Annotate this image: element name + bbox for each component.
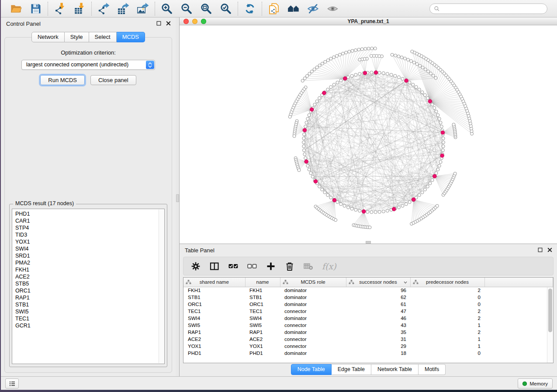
network-window-titlebar[interactable]: YPA_prune.txt_1 [180, 17, 557, 25]
hide-selected-button[interactable] [307, 3, 319, 15]
window-minimize-button[interactable] [192, 19, 197, 24]
list-item[interactable]: STB5 [15, 280, 161, 287]
tab-mcds[interactable]: MCDS [117, 32, 145, 42]
list-item[interactable]: ACE2 [15, 273, 161, 280]
add-column-icon [266, 261, 276, 272]
list-item[interactable]: PMA2 [15, 259, 161, 266]
export-network-button[interactable] [97, 3, 110, 15]
list-item[interactable]: STB1 [15, 301, 161, 308]
refresh-icon [244, 3, 256, 15]
main-area: Control Panel N [1, 17, 557, 376]
table-row[interactable]: PHD1PHD1dominator180 [183, 350, 553, 357]
mcds-result-list[interactable]: PHD1CAR1STP4TID3YOX1SWI4SRD1PMA2FKH1ACE2… [12, 209, 165, 364]
tab-network[interactable]: Network [31, 32, 65, 42]
search-input[interactable] [443, 6, 543, 12]
list-item[interactable]: RAP1 [15, 294, 161, 301]
window-close-button[interactable] [183, 19, 189, 24]
delete-table-button[interactable] [303, 261, 314, 272]
zoom-out-icon [180, 3, 193, 15]
select-all-button[interactable] [228, 261, 239, 272]
list-item[interactable]: TID3 [15, 231, 161, 238]
table-scrollbar[interactable] [547, 287, 553, 363]
list-item[interactable]: TEC1 [15, 315, 161, 322]
panel-selector-button[interactable] [5, 378, 19, 389]
network-canvas[interactable] [180, 25, 557, 244]
float-table-panel-button[interactable] [537, 247, 543, 253]
column-header-successor-nodes[interactable]: successor nodes [346, 278, 410, 287]
panel-splitter[interactable] [176, 17, 180, 376]
mcds-node [412, 198, 416, 202]
zoom-out-button[interactable] [180, 3, 193, 15]
tab-edge-table[interactable]: Edge Table [332, 364, 371, 375]
mcds-result-groupbox: MCDS result (17 nodes) PHD1CAR1STP4TID3Y… [9, 204, 167, 367]
deselect-all-button[interactable] [247, 261, 257, 272]
tab-network-table[interactable]: Network Table [371, 364, 419, 375]
node-table: shared namenameMCDS rolesuccessor nodesp… [183, 278, 553, 357]
table-row[interactable]: STB1STB1dominator620 [183, 294, 553, 301]
zoom-in-button[interactable] [161, 3, 173, 15]
table-row[interactable]: SWI4SWI4dominator462 [183, 315, 553, 322]
tab-motifs[interactable]: Motifs [419, 364, 446, 375]
mcds-node [332, 198, 336, 202]
optimization-select[interactable]: largest connected component (undirected) [21, 60, 155, 70]
tab-select[interactable]: Select [89, 32, 117, 42]
zoom-selected-button[interactable] [220, 3, 232, 15]
list-item[interactable]: SWI5 [15, 308, 161, 315]
memory-button[interactable]: Memory [518, 378, 553, 389]
delete-rows-icon [284, 261, 295, 272]
list-item[interactable]: YOX1 [15, 238, 161, 245]
table-panel-titlebar: Table Panel [180, 244, 557, 255]
table-row[interactable]: ORC1ORC1dominator610 [183, 301, 553, 308]
zoom-fit-button[interactable] [200, 3, 212, 15]
function-builder-button[interactable]: f(x) [322, 261, 336, 272]
neighbors-button[interactable] [287, 3, 300, 15]
tab-node-table[interactable]: Node Table [291, 364, 332, 375]
refresh-button[interactable] [244, 3, 256, 15]
list-scrollbar[interactable] [159, 210, 164, 363]
save-session-button[interactable] [30, 3, 42, 15]
close-panel-button-mcds[interactable]: Close panel [90, 75, 136, 85]
table-scrollbar-thumb[interactable] [548, 289, 552, 332]
table-row[interactable]: YOX1YOX1connector291 [183, 343, 553, 350]
table-row[interactable]: ACE2ACE2connector311 [183, 336, 553, 343]
main-toolbar [1, 0, 557, 17]
search-box[interactable] [429, 3, 547, 14]
share-document-button[interactable] [268, 3, 280, 15]
delete-rows-button[interactable] [284, 261, 295, 272]
list-item[interactable]: SWI4 [15, 245, 161, 252]
mcds-node [392, 207, 396, 211]
column-header-shared-name[interactable]: shared name [183, 278, 245, 287]
tab-style[interactable]: Style [65, 32, 89, 42]
run-mcds-button[interactable]: Run MCDS [40, 75, 85, 85]
table-row[interactable]: RAP1RAP1dominator352 [183, 329, 553, 336]
column-header-MCDS-role[interactable]: MCDS role [280, 278, 346, 287]
close-panel-button[interactable] [166, 21, 171, 26]
column-header-predecessor-nodes[interactable]: predecessor nodes [410, 278, 484, 287]
list-item[interactable]: SRD1 [15, 252, 161, 259]
table-row[interactable]: SWI5SWI5connector431 [183, 322, 553, 329]
float-panel-button[interactable] [156, 21, 162, 26]
close-table-panel-button[interactable] [547, 247, 553, 253]
export-table-button[interactable] [117, 3, 129, 15]
add-column-button[interactable] [266, 261, 276, 272]
import-network-button[interactable] [54, 3, 66, 15]
list-item[interactable]: PHD1 [15, 210, 161, 217]
export-image-button[interactable] [137, 3, 149, 15]
show-all-button[interactable] [327, 3, 339, 15]
list-item[interactable]: CAR1 [15, 217, 161, 224]
import-table-button[interactable] [73, 3, 86, 15]
list-item[interactable]: STP4 [15, 224, 161, 231]
network-graph[interactable] [180, 25, 557, 244]
window-maximize-button[interactable] [201, 19, 206, 24]
splitter-handle[interactable] [176, 194, 179, 202]
split-columns-button[interactable] [209, 261, 220, 272]
table-row[interactable]: TEC1TEC1connector472 [183, 308, 553, 315]
gear-button[interactable] [190, 261, 201, 272]
list-item[interactable]: ORC1 [15, 287, 161, 294]
open-file-button[interactable] [10, 3, 22, 15]
column-header-name[interactable]: name [245, 278, 280, 287]
list-item[interactable]: GCR1 [15, 322, 161, 329]
table-row[interactable]: FKH1FKH1dominator962 [183, 287, 553, 294]
hide-selected-icon [307, 3, 319, 15]
list-item[interactable]: FKH1 [15, 266, 161, 273]
